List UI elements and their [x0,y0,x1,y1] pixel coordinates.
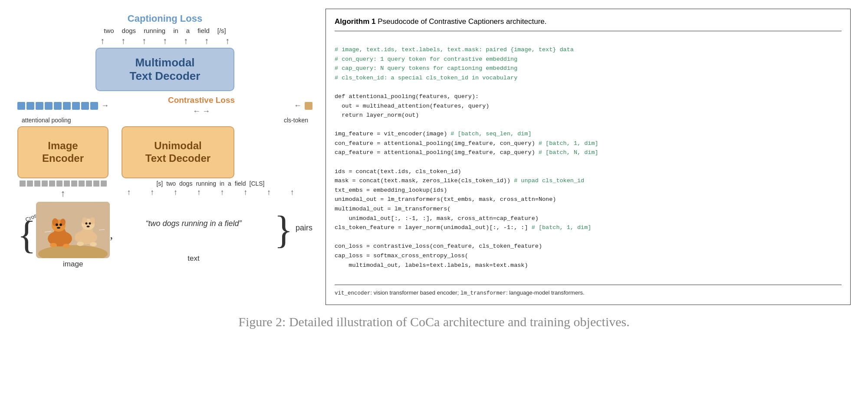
comment-2: # con_query: 1 query token for contrasti… [335,56,517,62]
in-token-dogs: dogs [179,180,192,187]
architecture-diagram: Captioning Loss two dogs running in a fi… [17,9,312,269]
code-cls-comment: # [batch, 1, dim] [532,224,592,231]
code-cap-feature: cap_feature = attentional_pooling(img_fe… [335,149,539,156]
image-with-brace: { [17,202,110,269]
text-column: “two dogs running in a field” text [113,210,274,263]
svg-point-7 [56,223,58,226]
code-con-comment: # [batch, 1, dim] [539,140,598,147]
right-token-squares: ← [294,101,312,110]
multimodal-decoder-label: MultimodalText Decoder [130,56,201,83]
arrow-4: ↑ [158,36,171,46]
unimodal-decoder-box: UnimodalText Decoder [122,126,234,178]
code-con-feature: con_feature = attentional_pooling(img_fe… [335,140,539,147]
svg-point-19 [87,226,90,227]
blue-sq-6 [63,102,71,110]
arrow-3: ↑ [138,36,151,46]
uni-up-arrows: ↑ ↑ ↑ ↑ ↑ ↑ ↑ ↑ [108,188,312,199]
dog-image [36,202,110,258]
in-token-in: in [220,180,224,187]
svg-point-17 [85,223,88,225]
arrow-right-to-multimodal: → [101,101,109,110]
in-token-cls: [CLS] [250,180,265,187]
blue-sq-4 [45,102,53,110]
arrow-7: ↑ [221,36,234,46]
in-token-field: field [235,180,246,187]
gsq-6 [56,180,62,187]
blue-sq-7 [72,102,80,110]
token-field: field [197,27,210,34]
figure-caption: Figure 2: Detailed illustration of CoCa … [17,315,851,329]
blue-sq-1 [17,102,25,110]
gsq-7 [64,180,70,187]
contrastive-loss-center: Contrastive Loss ← → [109,95,294,116]
code-def-attpool: def attentional_pooling(features, query)… [335,93,489,118]
image-text-pair-row: { [17,202,312,269]
footer-code-vit: vit_encoder [335,290,371,296]
gsq-12 [101,180,107,187]
image-encoder-box: ImageEncoder [17,126,108,178]
svg-point-21 [90,242,97,246]
in-token-s: [s] [156,180,163,187]
image-label: image [63,260,83,269]
input-tokens-list: [s] two dogs running in a field [CLS] [156,180,264,187]
blue-sq-9 [90,102,98,110]
cls-token-label: cls-token [284,117,308,124]
blue-sq-2 [26,102,34,110]
comment-1: # image, text.ids, text.labels, text.mas… [335,46,574,53]
gsq-10 [86,180,92,187]
token-in: in [173,27,178,34]
arrow-con-right: → [202,107,210,116]
algorithm-footer: vit_encoder: vision transformer based en… [335,285,842,298]
arrow-1: ↑ [96,36,109,46]
image-up-arrow: ↑ [17,188,108,199]
right-brace-pairs: } pairs [274,206,312,249]
svg-point-10 [50,243,57,247]
code-img-comment: # [batch, seq_len, dim] [450,131,531,137]
token-running: running [144,27,165,34]
output-tokens-row: two dogs running in a field [/s] [104,27,226,34]
gsq-11 [93,180,99,187]
unimodal-input-tokens: [s] two dogs running in a field [CLS] [108,180,312,187]
algorithm-box: Algorithm 1 Pseudocode of Contrastive Ca… [326,9,851,305]
code-ids: ids = concat(text.ids, cls_token_id) mas… [335,168,514,184]
contrastive-arrows: ← → [109,107,294,116]
token-dogs: dogs [122,27,136,34]
image-small-squares [20,180,107,187]
in-token-two: two [166,180,176,187]
left-token-squares: → [17,101,109,110]
arrow-2: ↑ [117,36,130,46]
token-two: two [104,27,114,34]
encoder-up-arrows: ↑ ↑ ↑ ↑ ↑ ↑ ↑ ↑ ↑ [17,188,312,199]
svg-point-20 [77,242,84,246]
algorithm-code: # image, text.ids, text.labels, text.mas… [335,36,842,279]
output-arrows: ↑ ↑ ↑ ↑ ↑ ↑ ↑ [96,36,234,46]
svg-point-11 [63,244,70,248]
token-eos: [/s] [217,27,226,34]
code-mask-comment: # unpad cls_token_id [514,177,584,184]
comma-separator: , [110,228,113,242]
gsq-2 [27,180,33,187]
arrow-5: ↑ [179,36,192,46]
captioning-loss-label: Captioning Loss [128,13,202,24]
multimodal-text-decoder-box: MultimodalText Decoder [95,48,234,91]
contrastive-loss-label: Contrastive Loss [168,95,235,105]
code-txt-embs: txt_embs = embedding_lookup(ids) unimoda… [335,187,556,231]
beige-sq-1 [305,102,312,110]
image-column: image [36,202,110,269]
arrow-con-left: ← [193,107,201,116]
lower-boxes-container: Cross-Attention ImageEncoder UnimodalTex… [17,126,312,178]
image-encoder-label: ImageEncoder [42,140,84,165]
algorithm-title: Algorithm 1 Pseudocode of Contrastive Ca… [335,16,842,31]
code-img-feature: img_feature = vit_encoder(image) [335,131,450,137]
footer-text: vit_encoder: vision transformer based en… [335,289,585,296]
dog-image-svg [36,202,110,258]
gsq-5 [49,180,55,187]
input-row: [s] two dogs running in a field [CLS] [17,180,312,187]
algo-title-bold: Algorithm 1 [335,17,375,26]
blue-sq-5 [54,102,62,110]
pooling-labels-row: attentional pooling cls-token [17,117,312,124]
svg-point-9 [57,227,60,229]
caption-text: “two dogs running in a field” [145,219,241,228]
gsq-3 [34,180,40,187]
in-token-running: running [196,180,216,187]
